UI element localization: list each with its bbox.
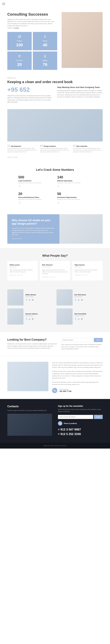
about-col2-text: Podcasting operational change management… [57,90,103,98]
svg-point-1 [19,55,19,56]
stat-team: Our Team 20 [7,52,32,70]
about-col2-title: Stop Wasting Hours And Start Assigning T… [57,86,103,88]
twitter-icon[interactable] [32,299,34,301]
about-big-number: +95 652 [7,86,53,93]
why-credit: Image from Freepik [12,238,55,239]
numbers-title: Let's Crack Some Numbers [7,168,103,172]
contacts-text: Feel free to get in touch with us. Get m… [7,410,52,412]
arrow-icon[interactable]: → [18,201,53,204]
testimonial-card: Stella Larson MANAGER Taking seamless ke… [7,261,38,280]
three-col-2: 02 Design projects Cras condimentum arcu… [40,144,70,153]
testimonials-section: What People Say? Stella Larson MANAGER T… [0,248,110,286]
looking-title: Looking for Best Company? [7,338,57,341]
num-item-2: 140 Efficient Specialists Sample text. C… [57,175,92,187]
google-icon[interactable] [28,299,30,301]
google-icon[interactable] [28,318,30,320]
looking-section: Looking for Best Company? Sample text. L… [0,332,110,356]
why-title: Why choose UX studio as your app design … [12,219,55,226]
phone-number-1: + 912 3 567 8987 [58,428,103,431]
stat-awards: Awards 76 [33,52,57,70]
phone-icon [52,388,57,393]
team-avatar [7,308,23,324]
num-item-1: 500 Loyal Customers Sample text. Click t… [18,175,53,187]
layers-icon [18,35,21,38]
why-image [59,214,103,244]
user-icon [43,35,47,38]
svg-point-2 [20,56,20,56]
phone-icon [58,421,62,426]
why-text: Duis aute irure dolor in reprehenderit i… [12,227,55,236]
hero-title: Consulting Successes [7,12,59,16]
colortext-image [7,362,48,391]
testimonial-card: Nick Jhonson DEVELOPER Taking seamless k… [40,261,70,280]
svg-point-0 [44,36,46,36]
facebook-icon[interactable] [25,299,27,301]
testimonials-title: What People Say? [7,254,103,257]
newsletter-title: Sign up for the newsletter [58,405,103,407]
about-credit: Image from Freepik [0,156,110,162]
looking-text: Sample text. Lorem ipsum dolor sit amet,… [7,343,57,349]
hero-text: Sample text. Click to select the text bo… [7,18,54,29]
team-card: Ann Richmond Web Developer [56,289,103,306]
num-item-3: 20 Successful Business Plans Sample text… [18,192,53,204]
colortext-section: Each color evokes rather different emoti… [0,356,110,399]
about-section: What About Us Keeping a clean and order … [0,74,110,106]
why-section: Why choose UX studio as your app design … [7,214,103,244]
twitter-icon[interactable] [81,299,83,301]
stat-clients: Clients 40 [33,32,57,50]
hero-section: Consulting Successes Sample text. Click … [0,8,110,74]
menu-button[interactable] [0,0,110,8]
num-item-4: 56 Investment Opportunities Sample text.… [57,192,92,204]
arrow-icon[interactable]: → [18,185,53,187]
svg-point-3 [44,55,46,56]
call-box: Call Us Anytime +92 555 77 88 [52,388,103,393]
google-icon[interactable] [78,318,80,320]
team-card: Jeffrey Brown Creative Leader [7,289,54,306]
about-col1-text: Objectively innovate empowered manufactu… [7,95,53,103]
team-avatar [56,308,73,324]
team-card: Alex Greenfield Programming Guru [56,308,103,324]
about-title: Keeping a clean and order record book [7,80,103,84]
facebook-icon[interactable] [25,318,27,320]
about-three-cols: 01 Development Cras condimentum arcu nec… [0,144,110,156]
facebook-icon[interactable] [74,318,76,320]
arrow-icon[interactable]: → [57,201,92,204]
contacts-title: Contacts [7,405,52,408]
team-avatar [7,289,23,306]
three-col-1: 01 Development Cras condimentum arcu nec… [7,144,37,153]
looking-desc: Nunc ornare sem ut elit pretium fusce id… [61,344,103,350]
about-eyebrow: What About Us [7,77,103,79]
hero-credit-link[interactable]: Freepik [14,27,19,29]
newsletter-text: Want to be the first to read our news? S… [58,408,103,413]
email-input[interactable] [58,415,93,419]
stat-projects: Projects 100 [7,32,32,50]
hero-image [62,12,103,68]
twitter-icon[interactable] [81,318,83,320]
team-section: Jeffrey Brown Creative Leader Ann Richmo… [0,286,110,332]
phone-number-2: + 912 5 252 3336 [58,432,103,436]
submit-button[interactable]: Submit [94,338,103,342]
contacts-image [7,414,52,436]
testimonial-card: Olga Ivanova DESIGNER Taking seamless ke… [72,261,103,280]
twitter-icon[interactable] [32,318,34,320]
team-icon [18,54,21,58]
arrow-icon[interactable]: → [57,185,92,187]
about-image [7,109,103,142]
numbers-section: Let's Crack Some Numbers 500 Loyal Custo… [0,162,110,210]
contacts-section: Contacts Feel free to get in touch with … [0,399,110,443]
name-input[interactable] [61,338,93,342]
award-icon [43,54,47,58]
google-icon[interactable] [78,299,80,301]
stats-grid: Projects 100 Clients 40 Our Team 20 Awar… [7,32,57,70]
footer: Sample text. Click to select the Text El… [0,443,110,448]
facebook-icon[interactable] [74,299,76,301]
three-col-3: 03 New materials Cras condimentum arcu n… [73,144,103,153]
newsletter-submit-button[interactable]: Submit [94,415,103,419]
team-card: Jannete Calison Sales Manager [7,308,54,324]
team-avatar [56,289,73,306]
